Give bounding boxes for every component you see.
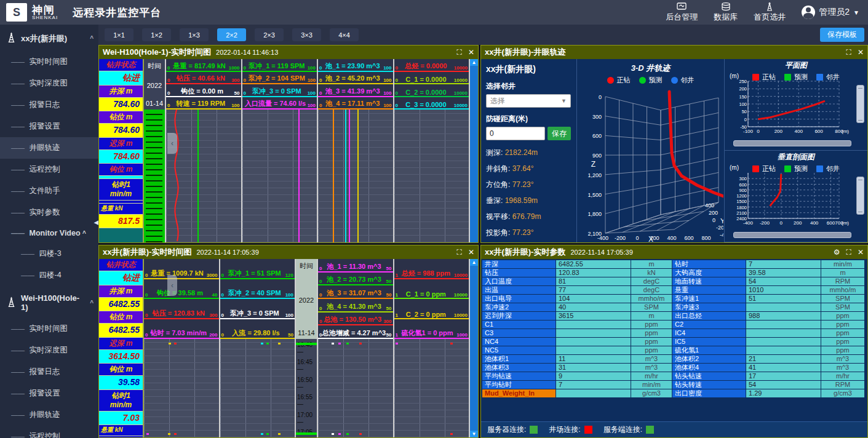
sidebar-collapse-arrow-icon[interactable]: ◀ xyxy=(94,218,98,226)
vert-vertical-slider[interactable] xyxy=(856,177,864,215)
save-template-button[interactable]: 保存模板 xyxy=(820,28,864,42)
brand-name-en: SHENKAI xyxy=(32,15,58,20)
curve-header-row: 1硫化氢1 = 0 ppm1000 xyxy=(394,319,469,340)
info-label: 测深: xyxy=(486,148,505,157)
layout-button-1×1[interactable]: 1×1 xyxy=(105,28,133,41)
layout-button-1×3[interactable]: 1×3 xyxy=(180,28,209,41)
param-value: 104 xyxy=(556,295,631,303)
sidebar-item-文件助手[interactable]: —— 文件助手 xyxy=(0,180,98,202)
curve-scale-max: 10000 xyxy=(454,78,468,83)
close-icon[interactable]: ✕ xyxy=(468,248,474,257)
nav-database[interactable]: 数据库 xyxy=(714,2,738,23)
sidebar-item-实时深度图[interactable]: —— 实时深度图 xyxy=(0,340,98,361)
table-row: 入口温度81degC地面转速54RPM xyxy=(482,277,866,285)
sidebar-item-报警设置[interactable]: —— 报警设置 xyxy=(0,116,98,137)
nav-backend-admin[interactable]: 后台管理 xyxy=(666,2,698,23)
curve-label: 池_1 = 23.90 m^3 xyxy=(322,62,383,71)
param-value: 54 xyxy=(746,381,821,389)
sidebar-item-远程控制[interactable]: —— 远程控制 xyxy=(0,159,98,180)
curve-header-row: 0转速 = 119 RPM100 xyxy=(166,97,241,110)
param-label: C3 xyxy=(482,329,555,337)
sidebar-item-四楼-3[interactable]: —— 四楼-3 xyxy=(0,243,98,265)
time-header-text: 11-14 xyxy=(296,329,317,336)
curve-header-row: 1C_1 = 0 ppm10000 xyxy=(394,279,469,300)
user-menu[interactable]: 管理员2 ▼ xyxy=(802,6,859,19)
data-dot xyxy=(266,433,269,435)
info-label: 井斜角: xyxy=(486,164,512,173)
close-icon[interactable]: ✕ xyxy=(858,48,864,57)
curve-header-row: 0钻时 = 7.03 min/m200 xyxy=(144,319,219,340)
header-nav: 后台管理 数据库 首页选井 管理员2 ▼ xyxy=(666,2,868,23)
param-value: 81 xyxy=(556,277,631,285)
sidebar-item-四楼-4[interactable]: —— 四楼-4 xyxy=(0,265,98,286)
param-unit: m^3 xyxy=(631,364,672,372)
time-column-header: 时间202201-14 xyxy=(144,59,165,110)
curve-scale-max: 100 xyxy=(308,103,316,108)
sidebar-item-实时时间图[interactable]: —— 实时时间图 xyxy=(0,51,98,73)
track-collapse-handle[interactable]: ‹ xyxy=(167,133,177,154)
sidebar-item-井眼轨迹[interactable]: —— 井眼轨迹 xyxy=(0,404,98,426)
neighbor-well-select[interactable]: 选择 ▼ xyxy=(486,94,571,108)
param-header-钻位 m: 钻位 m xyxy=(99,311,143,324)
expand-icon[interactable]: ⛶ xyxy=(457,248,462,257)
curve-track-body xyxy=(166,110,241,242)
anticollision-distance-input[interactable] xyxy=(486,127,545,140)
vert-horizontal-scrollbar[interactable] xyxy=(733,232,851,238)
save-distance-button[interactable]: 保存 xyxy=(547,127,571,140)
sidebar-root-1[interactable]: Wei-H100(Hole-1)^ xyxy=(0,286,98,318)
plan-vertical-slider[interactable] xyxy=(856,85,864,123)
sidebar-item-实时时间图[interactable]: —— 实时时间图 xyxy=(0,318,98,340)
param-value: 6482.55 xyxy=(556,260,631,268)
curve-track-body xyxy=(394,110,469,242)
curve-label: 池_4 = 17.11 m^3 xyxy=(322,99,383,108)
sidebar-item-报警设置[interactable]: —— 报警设置 xyxy=(0,383,98,404)
user-name: 管理员2 xyxy=(819,7,850,18)
sidebar-item-报警日志[interactable]: —— 报警日志 xyxy=(0,94,98,116)
curve-header-row: 0池_2 = 45.20 m^3100 xyxy=(318,72,393,85)
param-label: 泵冲速3 xyxy=(672,303,746,311)
curve-scale-max: 10000 xyxy=(454,313,468,318)
param-header-迟深 m: 迟深 m xyxy=(99,138,143,150)
layout-button-2×2[interactable]: 2×2 xyxy=(217,28,246,41)
curve-header-row: 0泵冲_1 = 119 SPM100 xyxy=(242,59,317,72)
scroll-up-icon[interactable]: ▲ xyxy=(470,259,478,266)
sidebar-item-报警日志[interactable]: —— 报警日志 xyxy=(0,361,98,383)
layout-button-3×3[interactable]: 3×3 xyxy=(292,28,321,41)
curve-header-row: 0泵冲_2 = 104 SPM100 xyxy=(242,72,317,85)
curve-scale-max: 100 xyxy=(308,90,316,96)
vertical-scrollbar[interactable]: ▲▼ xyxy=(470,259,478,437)
settings-gear-icon[interactable]: ⚙ xyxy=(834,248,840,257)
sidebar-item-实时深度图[interactable]: —— 实时深度图 xyxy=(0,73,98,94)
layout-button-1×2[interactable]: 1×2 xyxy=(142,28,171,41)
legend-label: 邻井 xyxy=(681,76,695,85)
svg-text:X: X xyxy=(648,235,653,242)
plan-horizontal-scrollbar[interactable] xyxy=(733,140,851,146)
sidebar-root-0[interactable]: xx井(新井眼)^ xyxy=(0,25,98,51)
vertical-scrollbar[interactable]: ▲ xyxy=(470,59,478,242)
layout-button-2×3[interactable]: 2×3 xyxy=(255,28,284,41)
sidebar-item-monitor-video[interactable]: —— Monitor Video ^ xyxy=(0,223,98,243)
scroll-up-icon[interactable]: ▲ xyxy=(470,59,478,66)
expand-icon[interactable]: ⛶ xyxy=(457,48,462,57)
sidebar-root-label: Wei-H100(Hole-1) xyxy=(21,293,86,312)
status-label: 井场连接: xyxy=(549,424,580,435)
status-label: 服务器连接: xyxy=(487,424,526,435)
time-tick-label: 16:55 — xyxy=(297,394,317,407)
sidebar-item-实时参数[interactable]: —— 实时参数 xyxy=(0,202,98,223)
sidebar-item-井眼轨迹[interactable]: —— 井眼轨迹 xyxy=(0,137,98,159)
layout-button-4×4[interactable]: 4×4 xyxy=(330,28,359,41)
close-icon[interactable]: ✕ xyxy=(858,248,864,257)
expand-icon[interactable]: ⛶ xyxy=(846,248,851,257)
curve-scale-max: 1000 xyxy=(456,332,468,338)
scroll-down-icon[interactable]: ▼ xyxy=(470,431,478,437)
param-unit: ppm xyxy=(821,312,864,320)
curve-header-row: 0池_3 = 31.07 m^350 xyxy=(318,285,393,299)
curve-header-row: 1总烃 = 988 ppm10000 xyxy=(394,259,469,279)
close-icon[interactable]: ✕ xyxy=(468,48,474,57)
expand-icon[interactable]: ⛶ xyxy=(846,48,851,57)
svg-text:(m): (m) xyxy=(842,220,849,226)
param-value: 784.60 xyxy=(99,150,143,164)
sidebar-item-远程控制[interactable]: —— 远程控制 xyxy=(0,426,98,438)
track-collapse-handle[interactable]: ‹ xyxy=(167,275,177,296)
nav-well-select[interactable]: 首页选井 xyxy=(754,2,786,23)
